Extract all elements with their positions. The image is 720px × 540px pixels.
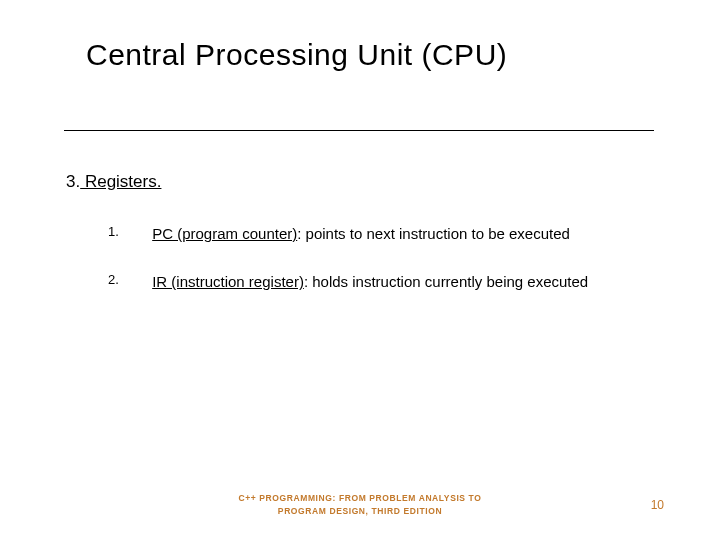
section-number: 3. bbox=[66, 172, 80, 191]
item-body: PC (program counter): points to next ins… bbox=[152, 225, 570, 242]
list-item: 1. PC (program counter): points to next … bbox=[108, 224, 688, 244]
item-desc: : holds instruction currently being exec… bbox=[304, 273, 588, 290]
slide: Central Processing Unit (CPU) 3. Registe… bbox=[0, 0, 720, 540]
section-heading: 3. Registers. bbox=[66, 172, 161, 192]
footer-line-2: PROGRAM DESIGN, THIRD EDITION bbox=[0, 506, 720, 516]
list-item: 2. IR (instruction register): holds inst… bbox=[108, 272, 688, 292]
page-number: 10 bbox=[651, 498, 664, 512]
section-label: Registers. bbox=[80, 172, 161, 191]
title-underline bbox=[64, 130, 654, 131]
footer-line-1: C++ PROGRAMMING: FROM PROBLEM ANALYSIS T… bbox=[0, 493, 720, 503]
item-number: 2. bbox=[108, 272, 148, 289]
item-term: PC (program counter) bbox=[152, 225, 297, 242]
item-term: IR (instruction register) bbox=[152, 273, 304, 290]
item-desc: : points to next instruction to be execu… bbox=[297, 225, 570, 242]
item-body: IR (instruction register): holds instruc… bbox=[152, 273, 588, 290]
slide-title: Central Processing Unit (CPU) bbox=[86, 38, 507, 72]
item-number: 1. bbox=[108, 224, 148, 241]
